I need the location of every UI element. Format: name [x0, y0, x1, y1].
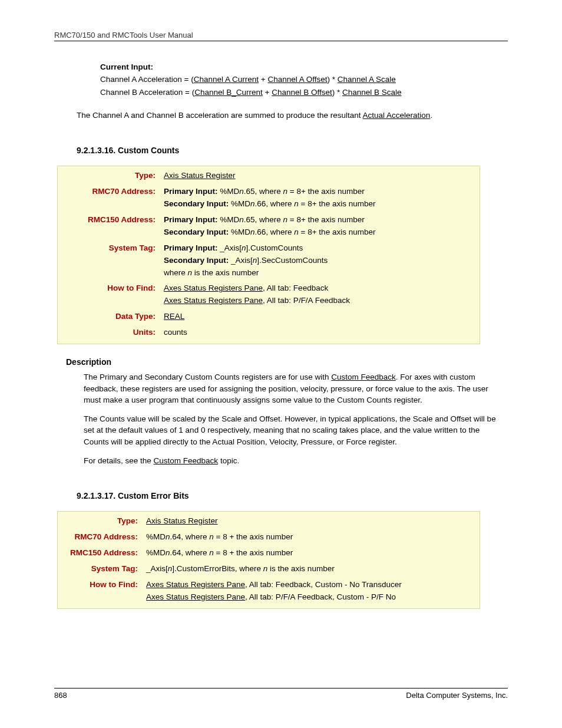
- text: ].SecCustomCounts: [257, 256, 328, 265]
- text: %MD: [220, 215, 239, 224]
- description-heading: Description: [66, 357, 508, 367]
- row-label-systag: System Tag:: [58, 241, 161, 281]
- text: n: [166, 532, 170, 541]
- company-name: Delta Computer Systems, Inc.: [406, 691, 508, 700]
- row-value-howto: Axes Status Registers Pane, All tab: Fee…: [160, 281, 480, 309]
- row-value-rmc70-17: %MDn.64, where n = 8 + the axis number: [143, 529, 480, 545]
- row-label-howto-17: How to Find:: [58, 577, 143, 608]
- text: _Axis[: [220, 243, 242, 252]
- text: %MD: [146, 548, 166, 557]
- text: ].CustomCounts: [246, 243, 303, 252]
- row-value-rmc150: Primary Input: %MDn.65, where n = 8+ the…: [160, 212, 480, 241]
- page-number: 868: [54, 691, 67, 700]
- text: , All tab: Feedback, Custom - No Transdu…: [245, 580, 402, 589]
- link-axes-status-pane-17b[interactable]: Axes Status Registers Pane: [146, 592, 245, 601]
- text: n: [283, 215, 288, 224]
- link-custom-feedback-1[interactable]: Custom Feedback: [331, 373, 396, 381]
- row-value-systag-17: _Axis[n].CustomErrorBits, where n is the…: [143, 561, 480, 577]
- text: , All tab: P/F/A Feedback: [263, 296, 350, 305]
- text: Primary Input:: [164, 187, 220, 196]
- row-label-systag-17: System Tag:: [58, 561, 143, 577]
- current-input-block: Current Input: Channel A Acceleration = …: [100, 62, 502, 99]
- text: .64, where: [170, 532, 210, 541]
- row-label-howto: How to Find:: [58, 281, 161, 309]
- row-label-type-17: Type:: [58, 512, 143, 529]
- link-axes-status-pane-2[interactable]: Axes Status Registers Pane: [164, 296, 263, 305]
- row-label-rmc70-17: RMC70 Address:: [58, 529, 143, 545]
- row-value-type: Axis Status Register: [160, 166, 480, 184]
- link-axis-status-register[interactable]: Axis Status Register: [164, 171, 236, 180]
- text: is the axis number: [267, 564, 334, 573]
- row-value-howto-17: Axes Status Registers Pane, All tab: Fee…: [143, 577, 480, 608]
- text: = 8+ the axis number: [287, 215, 365, 224]
- text: Primary Input:: [164, 215, 220, 224]
- text: n: [188, 268, 193, 277]
- text: = 8+ the axis number: [287, 187, 365, 196]
- link-channel-b-scale[interactable]: Channel B Scale: [342, 88, 402, 97]
- link-axis-status-register-17[interactable]: Axis Status Register: [146, 516, 218, 525]
- footer-rule: [54, 688, 508, 689]
- text: n: [239, 187, 244, 196]
- section-heading-17: 9.2.1.3.17. Custom Error Bits: [77, 491, 508, 500]
- formula-ch-a: Channel A Acceleration = (Channel A Curr…: [100, 74, 502, 85]
- text: ) *: [328, 75, 338, 84]
- text: For details, see the: [84, 456, 154, 465]
- text: n: [283, 187, 288, 196]
- text: , All tab: P/F/A Feedback, Custom - P/F …: [245, 592, 396, 601]
- link-channel-a-offset[interactable]: Channel A Offset: [267, 75, 327, 84]
- text: n: [209, 532, 214, 541]
- description-p2: The Counts value will be scaled by the S…: [84, 413, 496, 448]
- sum-paragraph: The Channel A and Channel B acceleration…: [77, 110, 508, 121]
- description-p1: The Primary and Secondary Custom Counts …: [84, 371, 496, 406]
- text: %MD: [231, 228, 250, 236]
- text: is the axis number: [192, 268, 259, 277]
- text: n: [294, 199, 299, 208]
- row-label-rmc150-17: RMC150 Address:: [58, 545, 143, 561]
- text: The Channel A and Channel B acceleration…: [77, 111, 363, 120]
- section-heading-16: 9.2.1.3.16. Custom Counts: [77, 146, 508, 155]
- current-input-heading: Current Input:: [100, 62, 502, 71]
- text: n: [166, 548, 170, 557]
- text: n: [209, 548, 214, 557]
- text: n: [250, 199, 255, 208]
- row-value-type-17: Axis Status Register: [143, 512, 480, 529]
- text: Secondary Input:: [164, 228, 231, 236]
- text: .65, where: [244, 215, 283, 224]
- text: _Axis[: [231, 256, 253, 265]
- link-channel-b-current[interactable]: Channel B_Current: [194, 88, 263, 97]
- page-footer: 868 Delta Computer Systems, Inc.: [54, 684, 508, 700]
- row-value-systag: Primary Input: _Axis[n].CustomCounts Sec…: [160, 241, 480, 281]
- text: +: [263, 88, 272, 97]
- page-header: RMC70/150 and RMCTools User Manual: [54, 31, 508, 39]
- register-table-17: Type: Axis Status Register RMC70 Address…: [57, 511, 480, 609]
- link-axes-status-pane-17a[interactable]: Axes Status Registers Pane: [146, 580, 245, 589]
- link-real[interactable]: REAL: [164, 312, 184, 321]
- link-axes-status-pane-1[interactable]: Axes Status Registers Pane: [164, 284, 263, 292]
- link-channel-a-current[interactable]: Channel A Current: [194, 75, 259, 84]
- row-label-units: Units:: [58, 325, 161, 344]
- row-value-rmc70: Primary Input: %MDn.65, where n = 8+ the…: [160, 184, 480, 212]
- text: %MD: [220, 187, 239, 196]
- link-channel-b-offset[interactable]: Channel B Offset: [272, 88, 332, 97]
- link-channel-a-scale[interactable]: Channel A Scale: [338, 75, 396, 84]
- text: = 8+ the axis number: [299, 228, 376, 236]
- text: Channel A Acceleration = (: [100, 75, 194, 84]
- link-actual-acceleration[interactable]: Actual Acceleration: [363, 111, 431, 120]
- text: .64, where: [170, 548, 210, 557]
- text: Secondary Input:: [164, 256, 231, 265]
- row-value-rmc150-17: %MDn.64, where n = 8 + the axis number: [143, 545, 480, 561]
- text: The Primary and Secondary Custom Counts …: [84, 373, 331, 381]
- text: n: [239, 215, 244, 224]
- row-label-type: Type:: [58, 166, 161, 184]
- row-value-dtype: REAL: [160, 309, 480, 325]
- text: .65, where: [244, 187, 283, 196]
- text: .: [430, 111, 432, 120]
- text: .66, where: [255, 199, 295, 208]
- text: topic.: [218, 456, 239, 465]
- description-p3: For details, see the Custom Feedback top…: [84, 455, 496, 467]
- header-rule: [54, 41, 508, 41]
- text: ) *: [332, 88, 342, 97]
- text: %MD: [146, 532, 166, 541]
- row-label-dtype: Data Type:: [58, 309, 161, 325]
- link-custom-feedback-2[interactable]: Custom Feedback: [154, 456, 219, 465]
